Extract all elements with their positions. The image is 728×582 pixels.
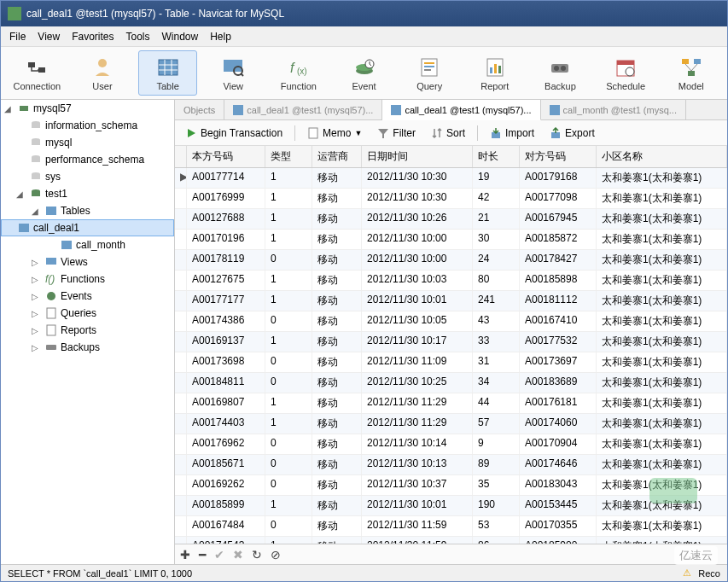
cell[interactable]: 太和姜寨1(太和姜寨1) — [597, 475, 727, 495]
cell[interactable]: 太和姜寨1(太和姜寨1) — [597, 393, 727, 413]
cell[interactable]: 241 — [473, 291, 520, 311]
cell[interactable]: 2012/11/30 10:30 — [362, 168, 473, 188]
cell[interactable]: A00183043 — [520, 475, 597, 495]
cell[interactable]: A00185872 — [520, 230, 597, 249]
tree-folder-tables[interactable]: ◢Tables — [1, 202, 174, 219]
cell[interactable]: 太和姜寨1(太和姜寨1) — [597, 271, 727, 290]
cell[interactable]: A00170904 — [520, 434, 597, 454]
tree-db-performance-schema[interactable]: performance_schema — [1, 151, 174, 168]
cell[interactable]: A00176962 — [187, 434, 265, 454]
cell[interactable]: A00173697 — [520, 352, 597, 372]
tree-folder-queries[interactable]: ▷Queries — [1, 305, 174, 322]
tab-objects[interactable]: Objects — [175, 100, 224, 119]
col-header-4[interactable]: 时长 — [473, 146, 520, 167]
table-row[interactable]: A001744031移动2012/11/30 11:2957A00174060太… — [175, 414, 727, 434]
table-row[interactable]: A001276751移动2012/11/30 10:0380A00185898太… — [175, 271, 727, 291]
cell[interactable]: 53 — [473, 516, 520, 536]
menu-window[interactable]: Window — [162, 31, 199, 43]
cell[interactable]: 33 — [473, 332, 520, 352]
tab-table-2[interactable]: call_deal1 @test1 (mysql57)... — [382, 100, 540, 120]
cell[interactable]: A00178427 — [520, 250, 597, 270]
cell[interactable]: A00185899 — [187, 496, 265, 515]
cell[interactable]: 21 — [473, 209, 520, 229]
cell[interactable]: 2012/11/30 10:13 — [362, 455, 473, 474]
cell[interactable]: 2012/11/30 10:25 — [362, 373, 473, 393]
cell[interactable]: 太和姜寨1(太和姜寨1) — [597, 311, 727, 331]
cell[interactable]: A00153445 — [520, 496, 597, 515]
table-row[interactable]: A001769620移动2012/11/30 10:149A00170904太和… — [175, 434, 727, 455]
cell[interactable]: 太和姜寨1(太和姜寨1) — [597, 168, 727, 188]
cell[interactable]: 9 — [473, 434, 520, 454]
table-row[interactable]: A001743860移动2012/11/30 10:0543A00167410太… — [175, 311, 727, 332]
cell[interactable]: 2012/11/30 10:01 — [362, 496, 473, 515]
cell[interactable]: A00174060 — [520, 414, 597, 434]
tree-connection[interactable]: ◢mysql57 — [1, 100, 174, 117]
cell[interactable]: 1 — [265, 496, 312, 515]
cell[interactable]: 移动 — [312, 332, 362, 352]
cell[interactable]: 2012/11/30 10:37 — [362, 475, 473, 495]
function-button[interactable]: f(x) Function — [270, 50, 329, 96]
tree-folder-views[interactable]: ▷Views — [1, 253, 174, 271]
connection-button[interactable]: Connection — [8, 50, 67, 96]
table-row[interactable]: A001698071移动2012/11/30 11:2944A00176181太… — [175, 393, 727, 414]
cell[interactable]: 太和姜寨1(太和姜寨1) — [597, 250, 727, 270]
cell[interactable]: A00174386 — [187, 311, 265, 331]
cell[interactable]: 移动 — [312, 189, 362, 208]
table-row[interactable]: A001856710移动2012/11/30 10:1389A00174646太… — [175, 455, 727, 475]
table-row[interactable]: A001769991移动2012/11/30 10:3042A00177098太… — [175, 189, 727, 209]
tab-table-1[interactable]: call_deal1 @test1 (mysql57)... — [224, 100, 382, 119]
cell[interactable]: 太和姜寨1(太和姜寨1) — [597, 332, 727, 352]
add-record-button[interactable]: ✚ — [180, 548, 190, 562]
cell[interactable]: 太和姜寨1(太和姜寨1) — [597, 537, 727, 544]
cell[interactable]: 2012/11/30 10:05 — [362, 311, 473, 331]
cell[interactable]: 移动 — [312, 352, 362, 372]
cell[interactable]: A00169137 — [187, 332, 265, 352]
export-button[interactable]: Export — [543, 124, 602, 143]
cell[interactable]: 1 — [265, 209, 312, 229]
cell[interactable]: A00169807 — [187, 393, 265, 413]
cell[interactable]: 太和姜寨1(太和姜寨1) — [597, 352, 727, 372]
cell[interactable]: 190 — [473, 496, 520, 515]
tree-db-information-schema[interactable]: information_schema — [1, 117, 174, 134]
col-header-1[interactable]: 类型 — [265, 146, 312, 167]
table-row[interactable]: A001771771移动2012/11/30 10:01241A00181112… — [175, 291, 727, 311]
cell[interactable]: 0 — [265, 311, 312, 331]
cell[interactable]: 2012/11/30 11:29 — [362, 393, 473, 413]
cell[interactable]: 2012/11/30 10:00 — [362, 250, 473, 270]
cell[interactable]: A00177098 — [520, 189, 597, 208]
cell[interactable]: 移动 — [312, 373, 362, 393]
cell[interactable]: 太和姜寨1(太和姜寨1) — [597, 373, 727, 393]
cell[interactable]: A00167484 — [187, 516, 265, 536]
menu-favorites[interactable]: Favorites — [72, 31, 114, 43]
cell[interactable]: 太和姜寨1(太和姜寨1) — [597, 189, 727, 208]
cell[interactable]: 移动 — [312, 455, 362, 474]
cell[interactable]: 移动 — [312, 414, 362, 434]
data-grid[interactable]: 本方号码 类型 运营商 日期时间 时长 对方号码 小区名称 ▶A00177714… — [175, 146, 727, 544]
sidebar[interactable]: ◢mysql57 information_schema mysql perfor… — [1, 100, 175, 564]
view-button[interactable]: View — [204, 50, 263, 96]
filter-button[interactable]: Filter — [370, 124, 422, 143]
cell[interactable]: 太和姜寨1(太和姜寨1) — [597, 516, 727, 536]
tree-folder-events[interactable]: ▷Events — [1, 288, 174, 305]
table-row[interactable]: A001781190移动2012/11/30 10:0024A00178427太… — [175, 250, 727, 271]
delete-record-button[interactable]: ━ — [199, 548, 206, 562]
cell[interactable]: 2012/11/30 10:03 — [362, 271, 473, 290]
warning-icon[interactable]: ⚠ — [683, 567, 691, 579]
cell[interactable]: 0 — [265, 455, 312, 474]
cell[interactable]: 19 — [473, 168, 520, 188]
cell[interactable]: A00181112 — [520, 291, 597, 311]
table-row[interactable]: A001701961移动2012/11/30 10:0030A00185872太… — [175, 230, 727, 250]
cell[interactable]: A00176181 — [520, 393, 597, 413]
cell[interactable]: 移动 — [312, 434, 362, 454]
tree-folder-functions[interactable]: ▷f()Functions — [1, 271, 174, 288]
cell[interactable]: 1 — [265, 168, 312, 188]
cell[interactable]: 太和姜寨1(太和姜寨1) — [597, 209, 727, 229]
cell[interactable]: 35 — [473, 475, 520, 495]
tree-table-call-deal1[interactable]: call_deal1 — [1, 219, 174, 236]
cell[interactable]: 2012/11/30 10:00 — [362, 230, 473, 249]
col-header-0[interactable]: 本方号码 — [187, 146, 265, 167]
cell[interactable]: 1 — [265, 414, 312, 434]
cell[interactable]: 2012/11/30 10:26 — [362, 209, 473, 229]
cell[interactable]: A00177177 — [187, 291, 265, 311]
cell[interactable]: 太和姜寨1(太和姜寨1) — [597, 455, 727, 474]
